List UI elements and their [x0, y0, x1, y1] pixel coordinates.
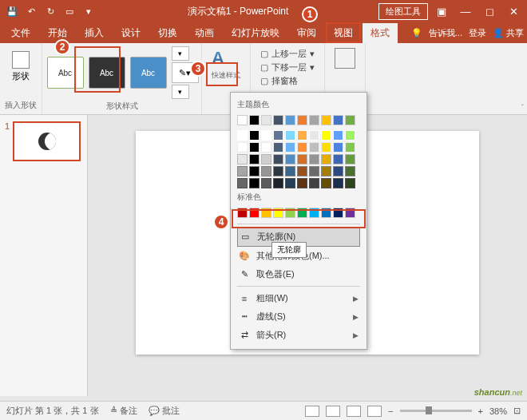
- color-swatch[interactable]: [321, 154, 331, 164]
- sorter-view-icon[interactable]: [326, 406, 340, 417]
- zoom-slider[interactable]: [400, 410, 472, 412]
- wordart-icon[interactable]: A: [212, 48, 240, 69]
- close-icon[interactable]: ✕: [503, 2, 524, 20]
- fit-window-icon[interactable]: ⊡: [513, 406, 521, 416]
- color-swatch[interactable]: [333, 130, 343, 141]
- tab-format[interactable]: 格式: [363, 23, 398, 43]
- color-swatch[interactable]: [249, 154, 260, 164]
- undo-icon[interactable]: ↶: [22, 2, 40, 20]
- color-swatch[interactable]: [273, 154, 283, 164]
- color-swatch[interactable]: [237, 154, 248, 164]
- shapes-gallery-button[interactable]: 形状: [6, 46, 36, 86]
- tab-design[interactable]: 设计: [113, 23, 149, 43]
- normal-view-icon[interactable]: [305, 406, 319, 417]
- color-swatch[interactable]: [261, 142, 271, 153]
- slideshow-view-icon[interactable]: [367, 406, 382, 417]
- color-swatch[interactable]: [321, 208, 331, 218]
- color-swatch[interactable]: [285, 208, 295, 218]
- color-swatch[interactable]: [345, 208, 355, 218]
- shape-style-gallery[interactable]: Abc Abc Abc: [46, 55, 168, 90]
- style-preset-1[interactable]: Abc: [47, 57, 84, 89]
- collapse-ribbon-icon[interactable]: ˇ: [521, 104, 524, 113]
- color-swatch[interactable]: [321, 130, 331, 141]
- size-icon[interactable]: [335, 48, 355, 69]
- color-swatch[interactable]: [333, 142, 343, 153]
- color-swatch[interactable]: [273, 166, 283, 176]
- color-swatch[interactable]: [333, 208, 343, 218]
- color-swatch[interactable]: [237, 166, 248, 176]
- minimize-icon[interactable]: —: [455, 2, 476, 20]
- color-swatch[interactable]: [345, 178, 355, 188]
- dashes-item[interactable]: ┅ 虚线(S) ▶: [237, 307, 360, 326]
- color-swatch[interactable]: [261, 166, 271, 176]
- color-swatch[interactable]: [321, 166, 331, 176]
- color-swatch[interactable]: [273, 115, 283, 125]
- color-swatch[interactable]: [249, 166, 260, 176]
- login-link[interactable]: 登录: [469, 27, 486, 39]
- color-swatch[interactable]: [309, 178, 319, 188]
- color-swatch[interactable]: [237, 115, 248, 125]
- color-swatch[interactable]: [309, 142, 319, 153]
- zoom-in-icon[interactable]: +: [478, 406, 483, 416]
- restore-icon[interactable]: ◻: [479, 2, 500, 20]
- color-swatch[interactable]: [345, 130, 355, 141]
- color-swatch[interactable]: [285, 166, 295, 176]
- shape-fill-button[interactable]: ▾: [172, 46, 189, 61]
- color-swatch[interactable]: [297, 208, 307, 218]
- color-swatch[interactable]: [273, 142, 283, 153]
- color-swatch[interactable]: [273, 208, 283, 218]
- color-swatch[interactable]: [345, 142, 355, 153]
- color-swatch[interactable]: [261, 130, 271, 141]
- selection-pane-button[interactable]: ▢ 择窗格: [260, 75, 315, 87]
- tab-insert[interactable]: 插入: [77, 23, 112, 43]
- color-swatch[interactable]: [261, 115, 271, 125]
- tab-slideshow[interactable]: 幻灯片放映: [224, 23, 287, 43]
- zoom-out-icon[interactable]: −: [388, 406, 393, 416]
- tab-transitions[interactable]: 切换: [150, 23, 185, 43]
- comments-button[interactable]: 💬 批注: [149, 405, 180, 417]
- color-swatch[interactable]: [345, 166, 355, 176]
- color-swatch[interactable]: [345, 154, 355, 164]
- color-swatch[interactable]: [261, 208, 271, 218]
- color-swatch[interactable]: [285, 142, 295, 153]
- color-swatch[interactable]: [297, 142, 307, 153]
- color-swatch[interactable]: [309, 115, 319, 125]
- color-swatch[interactable]: [309, 166, 319, 176]
- style-preset-3[interactable]: Abc: [130, 57, 167, 89]
- color-swatch[interactable]: [285, 178, 295, 188]
- color-swatch[interactable]: [273, 130, 283, 141]
- color-swatch[interactable]: [273, 178, 283, 188]
- color-swatch[interactable]: [237, 178, 248, 188]
- color-swatch[interactable]: [249, 130, 260, 141]
- color-swatch[interactable]: [261, 154, 271, 164]
- shape-effects-button[interactable]: ▾: [172, 85, 189, 99]
- color-swatch[interactable]: [297, 130, 307, 141]
- color-swatch[interactable]: [333, 154, 343, 164]
- color-swatch[interactable]: [333, 178, 343, 188]
- color-swatch[interactable]: [261, 178, 271, 188]
- color-swatch[interactable]: [321, 178, 331, 188]
- tab-view[interactable]: 视图: [326, 23, 361, 43]
- eyedropper-item[interactable]: ✎ 取色器(E): [237, 265, 360, 283]
- color-swatch[interactable]: [297, 178, 307, 188]
- start-show-icon[interactable]: ▭: [61, 2, 78, 20]
- slide-thumbnail-1[interactable]: 1: [5, 121, 82, 161]
- color-swatch[interactable]: [297, 115, 307, 125]
- color-swatch[interactable]: [249, 142, 260, 153]
- weight-item[interactable]: ≡ 粗细(W) ▶: [237, 289, 360, 307]
- color-swatch[interactable]: [321, 115, 331, 125]
- color-swatch[interactable]: [249, 208, 260, 218]
- zoom-level[interactable]: 38%: [489, 406, 507, 416]
- notes-button[interactable]: ≜ 备注: [110, 405, 137, 417]
- color-swatch[interactable]: [333, 115, 343, 125]
- color-swatch[interactable]: [309, 154, 319, 164]
- style-preset-2[interactable]: Abc: [89, 57, 125, 89]
- color-swatch[interactable]: [285, 115, 295, 125]
- color-swatch[interactable]: [345, 115, 355, 125]
- share-button[interactable]: 👤 共享: [493, 27, 524, 39]
- redo-icon[interactable]: ↻: [42, 2, 59, 20]
- tab-file[interactable]: 文件: [3, 23, 38, 43]
- reading-view-icon[interactable]: [347, 406, 361, 417]
- qat-more-icon[interactable]: ▾: [80, 2, 97, 20]
- color-swatch[interactable]: [249, 178, 260, 188]
